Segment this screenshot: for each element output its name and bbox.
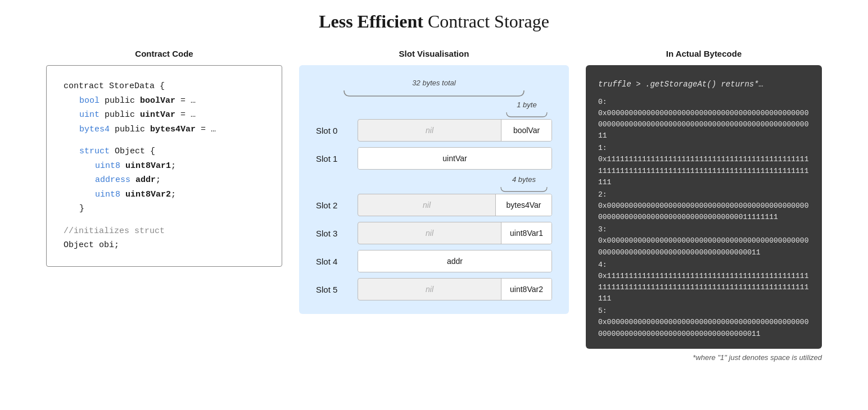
slot-0-row: Slot 0 nil boolVar: [316, 119, 552, 142]
contract-code-column: Contract Code contract StoreData { bool …: [46, 49, 282, 267]
bytecode-entry-0: 0: 0x00000000000000000000000000000000000…: [598, 97, 810, 142]
slot-2-value: bytes4Var: [495, 194, 551, 216]
slots-column-header: Slot Visualisation: [299, 49, 569, 58]
page-title: Less Efficient Contract Storage: [319, 11, 549, 32]
code-line-6: uint8 uint8Var1;: [64, 159, 265, 174]
slot-3-row: Slot 3 nil uint8Var1: [316, 222, 552, 244]
slot-0-bar: nil boolVar: [358, 119, 552, 142]
slot-1-label: Slot 1: [316, 154, 352, 163]
slot-0-section: 1 byte Slot 0 nil boolVar: [316, 101, 552, 142]
bytecode-entry-1: 1: 0x11111111111111111111111111111111111…: [598, 143, 810, 188]
top-brace-label: 32 bytes total: [412, 79, 455, 87]
bytecode-entry-5: 5: 0x00000000000000000000000000000000000…: [598, 306, 810, 339]
slot-1-bar: uintVar: [358, 147, 552, 170]
bytecode-box: truffle > .getStorageAt() returns*… 0: 0…: [586, 65, 822, 349]
top-brace-svg: [338, 88, 530, 98]
slot-0-label: Slot 0: [316, 126, 352, 135]
code-line-1: contract StoreData {: [64, 79, 265, 94]
slot-4-value: addr: [358, 250, 551, 272]
slot-1-row: Slot 1 uintVar: [316, 147, 552, 170]
slot2-sub-brace-label: 4 bytes: [512, 175, 536, 184]
bytecode-footnote: *where "1" just denotes space is utilize…: [586, 353, 822, 362]
code-line-3: uint public uintVar = …: [64, 108, 265, 122]
slot-5-value: uint8Var2: [501, 279, 551, 300]
slot-5-row: Slot 5 nil uint8Var2: [316, 278, 552, 300]
code-line-11: Object obi;: [64, 238, 265, 253]
slot-5-nil: nil: [358, 285, 501, 294]
bytecode-entry-3: 3: 0x00000000000000000000000000000000000…: [598, 224, 810, 258]
slot-0-nil: nil: [358, 126, 501, 135]
code-line-10: //initializes struct: [64, 224, 265, 239]
slots-background: 32 bytes total 1 byte: [299, 65, 569, 314]
slot2-sub-brace-svg: [499, 185, 549, 193]
slot-2-label: Slot 2: [316, 201, 352, 210]
slot-5-bar: nil uint8Var2: [358, 278, 552, 300]
slot-2-bar: nil bytes4Var: [358, 194, 552, 216]
slot-4-row: Slot 4 addr: [316, 250, 552, 272]
slot-3-value: uint8Var1: [501, 222, 551, 244]
code-line-7: address addr;: [64, 173, 265, 188]
code-line-4: bytes4 public bytes4Var = …: [64, 122, 265, 137]
slot-2-row: Slot 2 nil bytes4Var: [316, 194, 552, 216]
bytecode-intro: truffle > .getStorageAt() returns*…: [598, 79, 810, 91]
bytecode-column: In Actual Bytecode truffle > .getStorage…: [586, 49, 822, 362]
slot-2-nil: nil: [358, 201, 495, 209]
slot-4-bar: addr: [358, 250, 552, 272]
bytecode-column-header: In Actual Bytecode: [586, 49, 822, 58]
slot-visualisation-column: Slot Visualisation 32 bytes total 1 byte: [299, 49, 569, 314]
slot-1-value: uintVar: [358, 148, 551, 169]
code-line-5: struct Object {: [64, 144, 265, 159]
slot-5-label: Slot 5: [316, 285, 352, 294]
slot-3-bar: nil uint8Var1: [358, 222, 552, 244]
slot-3-nil: nil: [358, 229, 501, 238]
slot-3-label: Slot 3: [316, 229, 352, 238]
slot-2-section: 4 bytes Slot 2 nil bytes4Var: [316, 175, 552, 216]
slot0-sub-brace-label: 1 byte: [517, 101, 536, 109]
code-line-8: uint8 uint8Var2;: [64, 188, 265, 202]
top-brace-row: 32 bytes total: [316, 79, 552, 98]
code-line-2: bool public boolVar = …: [64, 94, 265, 108]
slot-0-value: boolVar: [501, 120, 551, 141]
slot-4-label: Slot 4: [316, 257, 352, 266]
bytecode-entry-2: 2: 0x00000000000000000000000000000000000…: [598, 189, 810, 223]
code-box: contract StoreData { bool public boolVar…: [46, 65, 282, 267]
code-line-9: }: [64, 202, 265, 216]
bytecode-entry-4: 4: 0x11111111111111111111111111111111111…: [598, 259, 810, 305]
code-column-header: Contract Code: [46, 49, 282, 58]
slot0-sub-brace-svg: [504, 110, 549, 118]
